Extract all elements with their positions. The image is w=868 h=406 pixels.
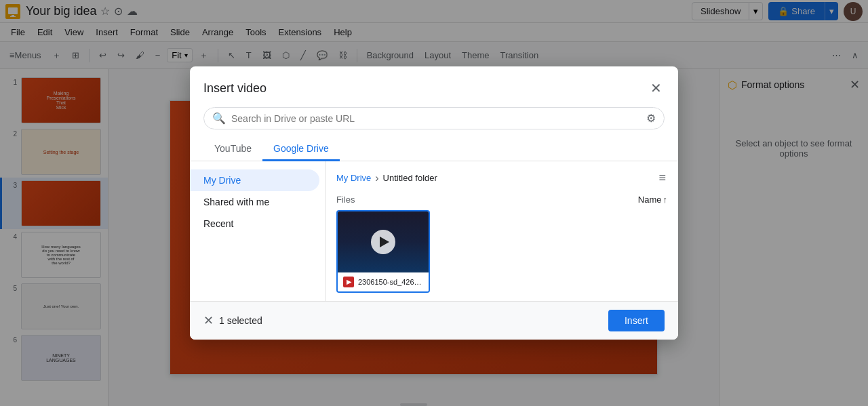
nav-my-drive[interactable]: My Drive	[190, 169, 319, 191]
modal-overlay: Insert video ✕ 🔍 ⚙ YouTube Google Drive	[0, 0, 868, 406]
modal-search-area: 🔍 ⚙	[190, 99, 678, 138]
sort-arrow-icon: ↑	[663, 195, 668, 205]
insert-button[interactable]: Insert	[608, 310, 665, 331]
selected-count: 1 selected	[219, 315, 262, 326]
file-info: ▶ 2306150-sd_426_24...	[338, 272, 429, 291]
breadcrumb: My Drive › Untitled folder ≡	[336, 169, 667, 186]
search-input[interactable]	[231, 113, 641, 124]
files-header: Files Name ↑	[336, 195, 667, 205]
file-item-video[interactable]: ▶ 2306150-sd_426_24...	[336, 210, 430, 293]
modal-body: My Drive Shared with me Recent My Drive …	[190, 161, 678, 301]
file-thumb	[338, 211, 429, 272]
clear-selection-button[interactable]: ✕	[203, 313, 214, 328]
breadcrumb-separator: ›	[375, 172, 378, 184]
list-view-button[interactable]: ≡	[657, 169, 667, 186]
selection-info: ✕ 1 selected	[203, 313, 262, 328]
modal-footer: ✕ 1 selected Insert	[190, 301, 678, 340]
nav-shared[interactable]: Shared with me	[190, 191, 319, 213]
tab-google-drive[interactable]: Google Drive	[262, 138, 340, 161]
modal-close-button[interactable]: ✕	[648, 77, 665, 99]
breadcrumb-actions: ≡	[657, 169, 667, 186]
breadcrumb-current: Untitled folder	[383, 173, 437, 183]
modal-sidebar: My Drive Shared with me Recent	[190, 161, 326, 301]
sort-button[interactable]: Name ↑	[638, 195, 667, 205]
nav-recent[interactable]: Recent	[190, 213, 319, 235]
play-icon	[371, 230, 395, 254]
modal-title: Insert video	[203, 81, 267, 96]
file-type-icon: ▶	[343, 277, 354, 287]
breadcrumb-root[interactable]: My Drive	[336, 173, 371, 183]
files-label: Files	[336, 195, 355, 205]
filter-icon[interactable]: ⚙	[646, 112, 656, 125]
search-bar: 🔍 ⚙	[203, 107, 665, 129]
files-grid: ▶ 2306150-sd_426_24...	[336, 210, 667, 293]
modal-header: Insert video ✕	[190, 66, 678, 99]
insert-video-modal: Insert video ✕ 🔍 ⚙ YouTube Google Drive	[190, 66, 678, 340]
modal-tabs: YouTube Google Drive	[190, 138, 678, 161]
search-icon: 🔍	[212, 112, 226, 125]
video-icon: ▶	[347, 279, 351, 285]
tab-youtube[interactable]: YouTube	[203, 138, 262, 161]
file-name: 2306150-sd_426_24...	[358, 278, 423, 286]
file-browser: My Drive › Untitled folder ≡ Files Name …	[326, 161, 678, 301]
